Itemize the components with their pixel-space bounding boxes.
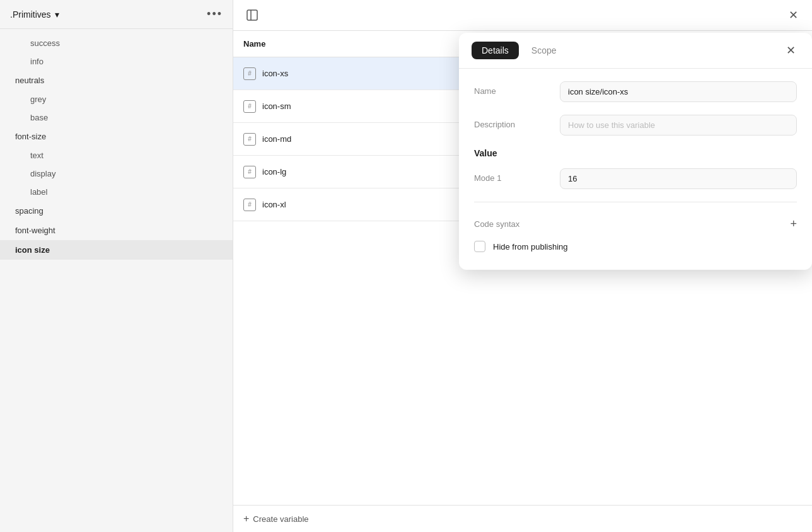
sidebar-item-font-size[interactable]: font-size (0, 127, 233, 146)
sidebar-item-label[interactable]: label (0, 183, 233, 201)
add-icon: + (243, 513, 249, 524)
svg-rect-0 (247, 10, 257, 20)
main-header: ✕ (233, 0, 812, 31)
tab-details[interactable]: Details (472, 42, 519, 59)
details-body: Name Description Value Mode 1 Code synta… (459, 69, 812, 270)
more-options-button[interactable]: ••• (207, 8, 223, 21)
chevron-down-icon: ▾ (55, 9, 59, 20)
number-type-icon: # (243, 199, 256, 211)
name-row: Name (474, 81, 797, 102)
description-input[interactable] (560, 115, 797, 136)
variable-name: icon-lg (262, 167, 286, 176)
sidebar-item-icon-size[interactable]: icon size (0, 240, 233, 260)
code-syntax-add-button[interactable]: + (790, 217, 797, 231)
details-close-button[interactable]: ✕ (782, 42, 799, 59)
mode1-label: Mode 1 (474, 168, 550, 183)
name-label: Name (474, 81, 550, 96)
sidebar-item-display[interactable]: display (0, 165, 233, 183)
sidebar-item-text[interactable]: text (0, 146, 233, 165)
mode1-row: Mode 1 (474, 168, 797, 189)
sidebar-item-base[interactable]: base (0, 108, 233, 127)
hide-publishing-row: Hide from publishing (474, 236, 797, 257)
sidebar-item-font-weight[interactable]: font-weight (0, 221, 233, 240)
number-type-icon: # (243, 67, 256, 80)
number-type-icon: # (243, 133, 256, 146)
main-header-left (243, 6, 261, 24)
variable-name: icon-md (262, 134, 291, 144)
value-section-title: Value (474, 148, 797, 158)
hide-publishing-label: Hide from publishing (493, 242, 568, 252)
sidebar-item-success[interactable]: success (0, 34, 233, 52)
primitives-label: .Primitives (10, 9, 51, 20)
variable-name: icon-sm (262, 101, 291, 111)
variable-name: icon-xl (262, 200, 286, 209)
hide-publishing-checkbox[interactable] (474, 241, 485, 252)
number-type-icon: # (243, 166, 256, 178)
code-syntax-label: Code syntax (474, 219, 519, 229)
sidebar-item-grey[interactable]: grey (0, 90, 233, 108)
name-input[interactable] (560, 81, 797, 102)
tab-scope[interactable]: Scope (521, 42, 567, 59)
details-panel-header: Details Scope ✕ (459, 33, 812, 69)
details-tabs: Details Scope (472, 42, 567, 59)
divider (474, 202, 797, 202)
code-syntax-row: Code syntax + (474, 212, 797, 236)
main-content: ✕ Name Value + # icon-xs 16 (233, 0, 812, 532)
sidebar: .Primitives ▾ ••• success info neutrals … (0, 0, 233, 532)
variable-name: icon-xs (262, 69, 288, 78)
sidebar-nav: success info neutrals grey base font-siz… (0, 29, 233, 532)
close-button[interactable]: ✕ (784, 6, 802, 24)
sidebar-item-info[interactable]: info (0, 52, 233, 71)
sidebar-item-neutrals[interactable]: neutrals (0, 71, 233, 90)
create-variable-label: Create variable (253, 514, 308, 524)
panel-toggle-button[interactable] (243, 6, 261, 24)
details-panel: Details Scope ✕ Name Description Value (459, 33, 812, 270)
number-type-icon: # (243, 100, 256, 113)
primitives-dropdown[interactable]: .Primitives ▾ (10, 9, 59, 20)
mode1-input[interactable] (560, 168, 797, 189)
sidebar-item-spacing[interactable]: spacing (0, 201, 233, 221)
create-variable-button[interactable]: + Create variable (243, 513, 309, 524)
sidebar-header: .Primitives ▾ ••• (0, 0, 233, 29)
description-label: Description (474, 115, 550, 129)
description-row: Description (474, 115, 797, 136)
table-footer[interactable]: + Create variable (233, 505, 812, 532)
